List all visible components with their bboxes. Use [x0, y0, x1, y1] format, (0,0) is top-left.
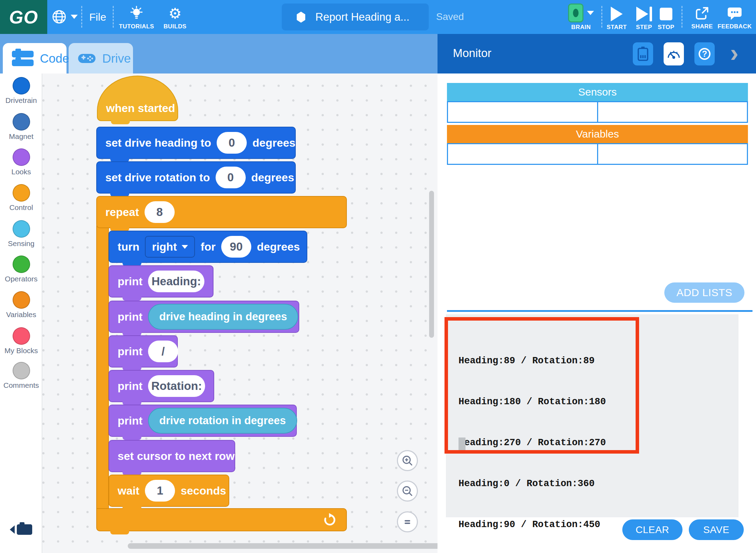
- save-button[interactable]: SAVE: [689, 519, 744, 540]
- block-print-slash[interactable]: print /: [108, 335, 178, 368]
- add-lists-button[interactable]: ADD LISTS: [664, 282, 744, 303]
- block-repeat[interactable]: repeat 8: [96, 196, 347, 228]
- sidebar-item-looks[interactable]: Looks: [0, 148, 42, 176]
- category-color-dot: [13, 255, 30, 273]
- dropdown-value: right: [152, 240, 177, 253]
- stop-button[interactable]: STOP: [654, 6, 678, 31]
- sidebar-item-my-blocks[interactable]: My Blocks: [0, 327, 42, 355]
- feedback-button[interactable]: FEEDBACK: [719, 5, 751, 30]
- category-color-dot: [13, 148, 30, 166]
- tutorials-button[interactable]: TUTORIALS: [115, 5, 158, 30]
- project-name: Report Heading a...: [315, 11, 410, 23]
- dashboard-monitor-button[interactable]: [664, 42, 684, 65]
- zoom-reset-button[interactable]: [397, 511, 418, 532]
- print-text-input[interactable]: Heading:: [148, 271, 204, 292]
- sensors-cell: [597, 102, 747, 122]
- sidebar-item-comments[interactable]: Comments: [0, 362, 42, 390]
- block-label: when started: [106, 102, 175, 115]
- share-button[interactable]: SHARE: [688, 5, 716, 30]
- sidebar-item-magnet[interactable]: Magnet: [0, 113, 42, 141]
- wait-seconds-input[interactable]: 1: [145, 480, 175, 502]
- language-menu[interactable]: [52, 9, 78, 24]
- sidebar-item-drivetrain[interactable]: Drivetrain: [0, 77, 42, 105]
- question-icon: [699, 48, 710, 60]
- block-set-cursor-next-row[interactable]: set cursor to next row: [108, 440, 235, 472]
- topbar-separator: [113, 6, 114, 28]
- console-divider: [447, 310, 752, 312]
- step-button[interactable]: STEP: [632, 6, 656, 31]
- play-icon: [611, 7, 623, 21]
- category-label: Control: [9, 203, 33, 212]
- toolbox-collapse-button[interactable]: [10, 524, 32, 535]
- repeat-loop-arm[interactable]: [96, 225, 109, 510]
- tab-code[interactable]: Code: [3, 43, 66, 74]
- block-print-rotation-label[interactable]: print Rotation:: [108, 370, 214, 402]
- stop-icon: [660, 8, 672, 20]
- top-bar: GO File TUTORIALS ⚙ BUILDS Report Headin…: [0, 0, 756, 34]
- category-color-dot: [13, 113, 30, 131]
- vertical-scrollbar[interactable]: [429, 191, 434, 338]
- block-print-heading-sensor[interactable]: print drive heading in degrees: [108, 301, 299, 333]
- code-blocks-icon: [12, 51, 34, 66]
- print-text-input[interactable]: Rotation:: [148, 375, 205, 397]
- repeat-count-input[interactable]: 8: [145, 201, 175, 223]
- tutorials-label: TUTORIALS: [119, 23, 154, 30]
- start-button[interactable]: START: [605, 6, 628, 31]
- variables-table-row: [447, 143, 748, 165]
- block-label: set drive heading to: [105, 136, 211, 149]
- block-label: print: [118, 275, 142, 288]
- category-color-dot: [13, 184, 30, 202]
- collapse-panel-chevron[interactable]: [730, 40, 738, 65]
- rotation-value-input[interactable]: 0: [216, 167, 246, 188]
- block-when-started[interactable]: when started: [97, 76, 178, 121]
- brain-label: BRAIN: [571, 24, 591, 31]
- brain-button[interactable]: BRAIN: [562, 4, 600, 31]
- block-set-drive-heading[interactable]: set drive heading to 0 degrees: [96, 127, 296, 159]
- category-label: Variables: [6, 310, 36, 319]
- zoom-out-button[interactable]: [397, 481, 418, 502]
- category-label: Looks: [11, 168, 31, 176]
- block-set-drive-rotation[interactable]: set drive rotation to 0 degrees: [96, 161, 296, 194]
- brain-monitor-button[interactable]: [633, 42, 653, 65]
- block-print-heading-label[interactable]: print Heading:: [108, 265, 214, 298]
- sidebar-item-operators[interactable]: Operators: [0, 255, 42, 283]
- turn-direction-dropdown[interactable]: right: [145, 236, 195, 258]
- block-silhouette-icon: [17, 524, 32, 535]
- clear-button[interactable]: CLEAR: [622, 519, 682, 540]
- sensors-table-header: Sensors: [447, 83, 748, 101]
- category-color-dot: [13, 220, 30, 238]
- monitor-title: Monitor: [453, 47, 491, 60]
- block-wait[interactable]: wait 1 seconds: [108, 475, 229, 507]
- tab-drive-label: Drive: [102, 51, 131, 65]
- sidebar-item-control[interactable]: Control: [0, 184, 42, 212]
- category-label: Sensing: [8, 239, 35, 248]
- sidebar-item-variables[interactable]: Variables: [0, 291, 42, 319]
- block-label: print: [118, 414, 142, 427]
- builds-button[interactable]: ⚙ BUILDS: [156, 5, 194, 30]
- share-label: SHARE: [691, 23, 713, 30]
- sidebar-item-sensing[interactable]: Sensing: [0, 220, 42, 248]
- hexagon-icon: [296, 11, 306, 23]
- block-turn[interactable]: turn right for 90 degrees: [108, 231, 307, 263]
- collapse-arrow-icon: [10, 525, 15, 534]
- chevron-down-icon: [182, 245, 188, 249]
- category-label: My Blocks: [5, 346, 38, 355]
- block-label: degrees: [251, 171, 294, 184]
- zoom-in-button[interactable]: [397, 450, 418, 471]
- file-menu[interactable]: File: [89, 11, 106, 23]
- turn-degrees-input[interactable]: 90: [221, 236, 251, 258]
- help-monitor-button[interactable]: [694, 42, 715, 65]
- print-text-input[interactable]: /: [148, 341, 178, 362]
- drive-heading-reporter[interactable]: drive heading in degrees: [148, 304, 298, 330]
- code-canvas[interactable]: when started set drive heading to 0 degr…: [42, 74, 438, 553]
- project-name-field[interactable]: Report Heading a...: [282, 4, 429, 30]
- chevron-down-icon: [71, 15, 78, 19]
- block-label: print: [118, 345, 142, 358]
- block-print-rotation-sensor[interactable]: print drive rotation in degrees: [108, 405, 297, 437]
- topbar-separator: [81, 6, 82, 28]
- tab-drive[interactable]: Drive: [69, 43, 133, 74]
- block-label: repeat: [105, 206, 139, 219]
- repeat-loop-end[interactable]: [96, 508, 347, 531]
- heading-value-input[interactable]: 0: [217, 132, 247, 154]
- drive-rotation-reporter[interactable]: drive rotation in degrees: [148, 408, 297, 434]
